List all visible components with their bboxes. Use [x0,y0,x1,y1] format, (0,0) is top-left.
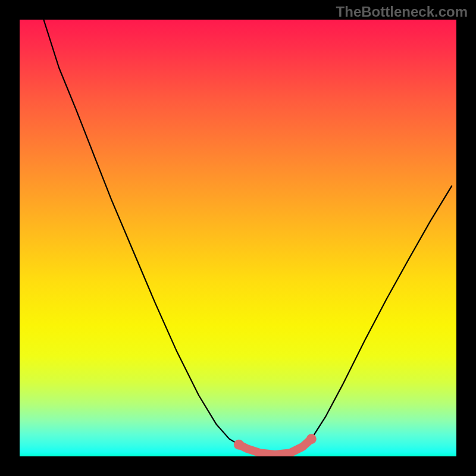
plot-area [20,20,456,456]
chart-svg [20,20,456,456]
chart-container: TheBottleneck.com [0,0,476,476]
highlight-segment [234,434,317,455]
curve-line [43,20,452,455]
watermark-text: TheBottleneck.com [336,4,468,20]
svg-point-1 [306,434,317,444]
svg-point-0 [234,440,244,450]
